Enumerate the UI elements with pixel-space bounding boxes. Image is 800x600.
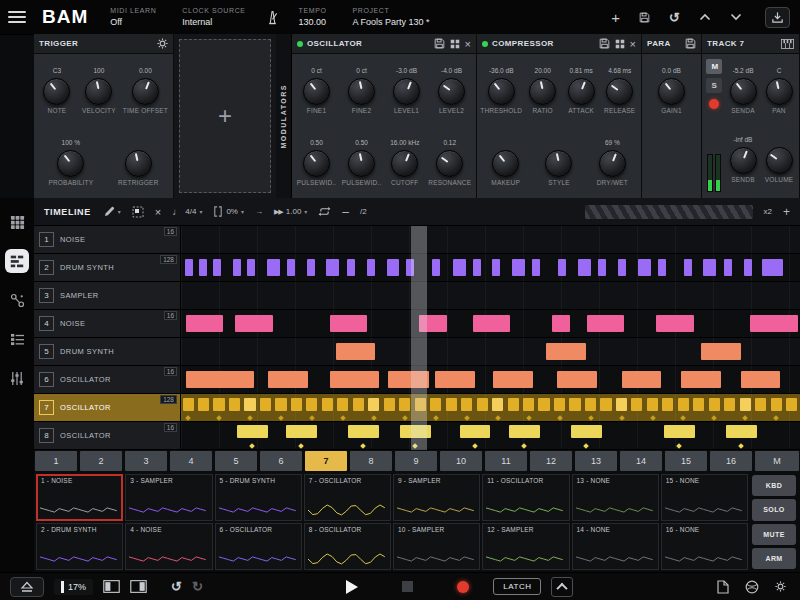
pattern-block[interactable] <box>656 315 693 332</box>
knob-style[interactable]: STYLE <box>541 139 577 186</box>
sidebar-item-modular[interactable] <box>5 288 29 312</box>
pattern-block[interactable] <box>330 315 367 332</box>
layout-left-button[interactable] <box>103 580 120 593</box>
pattern-step[interactable] <box>569 398 580 411</box>
bar-cell-14[interactable]: 14 <box>620 451 662 471</box>
latch-button[interactable]: LATCH <box>493 578 541 595</box>
knob-release[interactable]: 4.68 msRELEASE <box>602 67 638 114</box>
groove-menu[interactable]: 0%▾ <box>213 206 244 217</box>
eject-button[interactable] <box>10 577 44 597</box>
knob-level1[interactable]: -3.0 dBLEVEL1 <box>389 67 425 114</box>
pattern-step[interactable] <box>477 398 488 411</box>
redo-button[interactable]: ↻ <box>192 579 203 594</box>
layout-right-button[interactable] <box>130 580 147 593</box>
clip-cell[interactable]: 6 - OSCILLATOR <box>215 523 302 570</box>
pattern-step[interactable] <box>337 398 348 411</box>
bar-cell-2[interactable]: 2 <box>80 451 122 471</box>
pattern-step[interactable] <box>306 398 317 411</box>
pattern-block[interactable] <box>348 425 379 438</box>
save-icon[interactable] <box>599 38 610 49</box>
knob-retrigger[interactable]: RETRIGGER <box>118 139 158 186</box>
pattern-step[interactable] <box>492 398 503 411</box>
knob-cutoff[interactable]: 16.00 kHzCUTOFF <box>387 139 423 186</box>
pattern-block[interactable] <box>512 259 525 276</box>
export-icon[interactable] <box>765 7 790 28</box>
pattern-step[interactable] <box>693 398 704 411</box>
pattern-block[interactable] <box>460 425 491 438</box>
chevron-down-icon[interactable] <box>730 13 742 21</box>
pattern-step[interactable] <box>291 398 302 411</box>
knob-pulsewid[interactable]: 0.50PULSEWID.. <box>342 139 382 186</box>
pattern-block[interactable] <box>509 425 540 438</box>
loop-button[interactable] <box>318 206 331 217</box>
pattern-block[interactable] <box>473 259 481 276</box>
pattern-block[interactable] <box>724 259 732 276</box>
select-tool-button[interactable] <box>132 206 144 218</box>
pattern-step[interactable] <box>709 398 720 411</box>
gear-icon[interactable] <box>157 38 168 49</box>
bar-cell-11[interactable]: 11 <box>485 451 527 471</box>
pattern-block[interactable] <box>578 259 591 276</box>
track-lane[interactable] <box>181 422 800 449</box>
clip-cell[interactable]: 5 - DRUM SYNTH <box>215 474 302 521</box>
pattern-block[interactable] <box>750 315 797 332</box>
pattern-step[interactable] <box>523 398 534 411</box>
arm-button[interactable]: ARM <box>752 548 796 569</box>
pattern-step[interactable] <box>508 398 519 411</box>
menu-button[interactable] <box>0 0 34 34</box>
knob-timeoffset[interactable]: 0.00TIME OFFSET <box>123 67 168 114</box>
pattern-block[interactable] <box>492 259 500 276</box>
record-button[interactable] <box>457 581 469 593</box>
pattern-step[interactable] <box>384 398 395 411</box>
track-lane[interactable] <box>181 310 800 337</box>
pattern-block[interactable] <box>493 371 533 388</box>
knob-resonance[interactable]: 0.12RESONANCE <box>428 139 471 186</box>
bar-cell-master[interactable]: M <box>755 451 799 471</box>
pattern-block[interactable] <box>618 259 626 276</box>
pattern-block[interactable] <box>726 425 757 438</box>
pattern-step[interactable] <box>585 398 596 411</box>
track-label[interactable]: 1NOISE16 <box>34 226 181 253</box>
gear-icon[interactable] <box>775 581 786 592</box>
pattern-step[interactable] <box>538 398 549 411</box>
header-field-midi-learn[interactable]: MIDI LEARNOff <box>110 7 156 27</box>
pattern-block[interactable] <box>199 259 207 276</box>
pattern-block[interactable] <box>558 259 566 276</box>
pattern-step[interactable] <box>229 398 240 411</box>
pattern-step[interactable] <box>662 398 673 411</box>
pattern-block[interactable] <box>546 343 586 360</box>
pattern-block[interactable] <box>367 259 375 276</box>
knob-probability[interactable]: 100 %PROBABILITY <box>48 139 93 186</box>
knob-attack[interactable]: 0.81 msATTACK <box>563 67 599 114</box>
track-mute-button[interactable]: M <box>706 59 722 74</box>
knob-sendb[interactable]: -inf dBSENDB <box>725 136 761 183</box>
bar-cell-6[interactable]: 6 <box>260 451 302 471</box>
pattern-step[interactable] <box>755 398 766 411</box>
pattern-block[interactable] <box>347 259 355 276</box>
pattern-step[interactable] <box>183 398 194 411</box>
pattern-block[interactable] <box>532 259 540 276</box>
sidebar-item-tracks[interactable] <box>5 327 29 351</box>
erase-button[interactable]: × <box>155 206 161 218</box>
pattern-block[interactable] <box>741 371 781 388</box>
add-device-slot[interactable]: + <box>179 39 271 193</box>
panel-expand-button[interactable] <box>551 577 573 597</box>
pattern-block[interactable] <box>247 259 255 276</box>
pattern-block[interactable] <box>235 315 272 332</box>
pattern-block[interactable] <box>286 425 317 438</box>
pattern-block[interactable] <box>213 259 221 276</box>
track-label[interactable]: 5DRUM SYNTH <box>34 338 181 365</box>
pattern-block[interactable] <box>267 259 280 276</box>
save-icon[interactable] <box>639 12 650 23</box>
pattern-block[interactable] <box>552 315 569 332</box>
pattern-block[interactable] <box>432 259 440 276</box>
pattern-block[interactable] <box>557 371 597 388</box>
grid-icon[interactable] <box>450 39 460 49</box>
clip-cell[interactable]: 1 - NOISE <box>36 474 123 521</box>
track-lane[interactable] <box>181 254 800 281</box>
zoom-ribbon[interactable] <box>585 205 753 219</box>
knob-velocity[interactable]: 100VELOCITY <box>81 67 117 114</box>
track-lane[interactable] <box>181 282 800 309</box>
clip-cell[interactable]: 8 - OSCILLATOR <box>304 523 391 570</box>
track-label[interactable]: 6OSCILLATOR16 <box>34 366 181 393</box>
